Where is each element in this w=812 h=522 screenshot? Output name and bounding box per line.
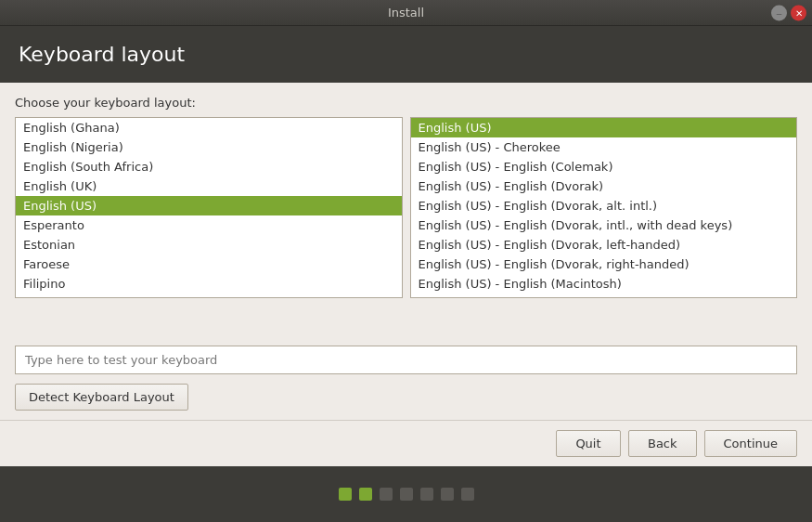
progress-dots bbox=[0, 466, 812, 522]
progress-dot-4 bbox=[400, 488, 413, 501]
progress-dot-3 bbox=[380, 488, 393, 501]
titlebar: Install – ✕ bbox=[0, 0, 812, 26]
progress-dot-7 bbox=[461, 488, 474, 501]
progress-dot-6 bbox=[441, 488, 454, 501]
list-item[interactable]: English (UK) bbox=[16, 176, 402, 196]
list-item-selected[interactable]: English (US) bbox=[16, 196, 402, 215]
detect-button-container: Detect Keyboard Layout bbox=[15, 384, 797, 411]
page-body: Choose your keyboard layout: English (Gh… bbox=[0, 83, 812, 420]
variant-item[interactable]: English (US) - English (Dvorak, left-han… bbox=[411, 235, 797, 254]
variant-item[interactable]: English (US) - English (Colemak) bbox=[411, 157, 797, 176]
list-item[interactable]: Estonian bbox=[16, 235, 402, 254]
page-title: Keyboard layout bbox=[19, 43, 793, 66]
progress-dot-1 bbox=[339, 488, 352, 501]
list-item[interactable]: English (Nigeria) bbox=[16, 137, 402, 157]
progress-dot-5 bbox=[420, 488, 433, 501]
list-item[interactable]: Filipino bbox=[16, 274, 402, 294]
continue-button[interactable]: Continue bbox=[704, 430, 797, 457]
minimize-button[interactable]: – bbox=[771, 5, 787, 20]
page-header: Keyboard layout bbox=[0, 26, 812, 83]
variant-item[interactable]: English (US) - English (Dvorak, right-ha… bbox=[411, 254, 797, 274]
titlebar-controls: – ✕ bbox=[771, 5, 806, 20]
variant-item[interactable]: English (US) - English (Dvorak) bbox=[411, 176, 797, 196]
keyboard-variant-list[interactable]: English (US) English (US) - Cherokee Eng… bbox=[410, 117, 798, 298]
close-button[interactable]: ✕ bbox=[791, 5, 806, 20]
list-item[interactable]: English (South Africa) bbox=[16, 157, 402, 176]
variant-item[interactable]: English (US) - Cherokee bbox=[411, 137, 797, 157]
window-title: Install bbox=[388, 6, 424, 20]
progress-dot-2 bbox=[359, 488, 372, 501]
keyboard-test-input[interactable] bbox=[15, 346, 797, 374]
detect-keyboard-button[interactable]: Detect Keyboard Layout bbox=[15, 384, 188, 411]
test-input-container bbox=[15, 346, 797, 374]
variant-item[interactable]: English (US) - English (Dvorak, alt. int… bbox=[411, 196, 797, 215]
variant-item-selected[interactable]: English (US) bbox=[411, 118, 797, 137]
back-button[interactable]: Back bbox=[628, 430, 697, 457]
keyboard-layout-list[interactable]: English (Ghana) English (Nigeria) Englis… bbox=[15, 117, 403, 298]
variant-item[interactable]: English (US) - English (Dvorak, intl., w… bbox=[411, 215, 797, 235]
window: Install – ✕ Keyboard layout Choose your … bbox=[0, 0, 812, 522]
page-footer: Quit Back Continue bbox=[0, 420, 812, 466]
list-item[interactable]: Faroese bbox=[16, 254, 402, 274]
list-item[interactable]: Esperanto bbox=[16, 215, 402, 235]
choose-label: Choose your keyboard layout: bbox=[15, 96, 797, 110]
list-item[interactable]: English (Ghana) bbox=[16, 118, 402, 137]
variant-item[interactable]: English (US) - English (Macintosh) bbox=[411, 274, 797, 294]
lists-container: English (Ghana) English (Nigeria) Englis… bbox=[15, 117, 797, 336]
quit-button[interactable]: Quit bbox=[556, 430, 621, 457]
